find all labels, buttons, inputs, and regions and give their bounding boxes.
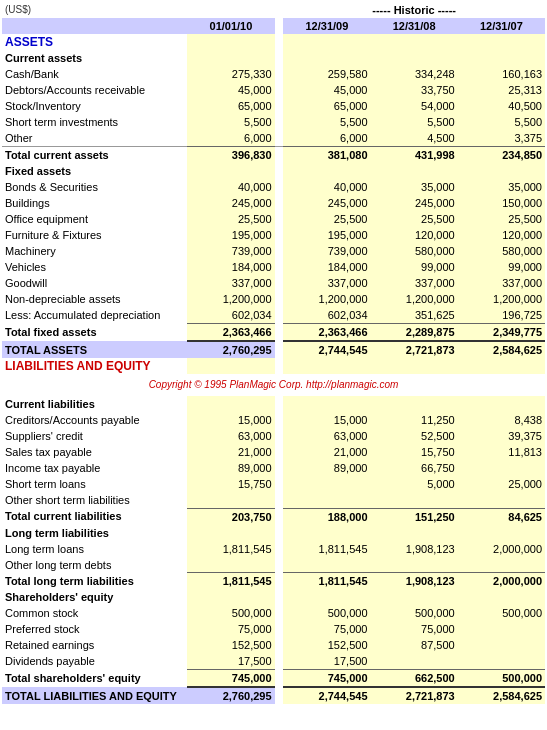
row-label: Common stock	[2, 605, 187, 621]
row-label: Goodwill	[2, 275, 187, 291]
copyright-text: Copyright © 1995 PlanMagic Corp. http://…	[2, 374, 545, 396]
currency-label: (US$)	[2, 2, 187, 18]
total-v4: 234,850	[458, 147, 545, 164]
table-row: Income tax payable 89,000 89,000 66,750	[2, 460, 545, 476]
row-v1: 75,000	[187, 621, 274, 637]
long-term-liab-header: Long term liabilities	[2, 525, 545, 541]
header-dates-row: 01/01/10 12/31/09 12/31/08 12/31/07	[2, 18, 545, 34]
row-v2: 75,000	[283, 621, 370, 637]
row-v3: 580,000	[371, 243, 458, 259]
row-v4: 5,500	[458, 114, 545, 130]
row-v2: 5,500	[283, 114, 370, 130]
row-label: Suppliers' credit	[2, 428, 187, 444]
row-v1: 6,000	[187, 130, 274, 147]
row-v4: 8,438	[458, 412, 545, 428]
col3-date: 12/31/08	[371, 18, 458, 34]
row-label: Long term loans	[2, 541, 187, 557]
total-cur-liab-label: Total current liabilities	[2, 508, 187, 525]
row-v2: 337,000	[283, 275, 370, 291]
total-shareholders-equity-row: Total shareholders' equity 745,000 745,0…	[2, 670, 545, 688]
row-v1: 15,750	[187, 476, 274, 492]
row-v4: 3,375	[458, 130, 545, 147]
total-assets-v4: 2,584,625	[458, 341, 545, 358]
row-v4: 35,000	[458, 179, 545, 195]
liabilities-section-header: LIABILITIES AND EQUITY	[2, 358, 545, 374]
total-v1: 2,363,466	[187, 324, 274, 342]
total-liab-equity-label: TOTAL LIABILITIES AND EQUITY	[2, 687, 187, 704]
table-row: Non-depreciable assets 1,200,000 1,200,0…	[2, 291, 545, 307]
row-v1: 245,000	[187, 195, 274, 211]
row-v4	[458, 492, 545, 508]
table-row: Cash/Bank 275,330 259,580 334,248 160,16…	[2, 66, 545, 82]
row-v3: 120,000	[371, 227, 458, 243]
row-v2: 152,500	[283, 637, 370, 653]
row-v2: 15,000	[283, 412, 370, 428]
total-current-liab-row: Total current liabilities 203,750 188,00…	[2, 508, 545, 525]
row-v4: 99,000	[458, 259, 545, 275]
row-v4: 196,725	[458, 307, 545, 324]
table-row: Short term investments 5,500 5,500 5,500…	[2, 114, 545, 130]
total-assets-v1: 2,760,295	[187, 341, 274, 358]
row-label: Furniture & Fixtures	[2, 227, 187, 243]
total-v3: 1,908,123	[371, 573, 458, 590]
row-label: Cash/Bank	[2, 66, 187, 82]
row-label: Short term investments	[2, 114, 187, 130]
row-label: Income tax payable	[2, 460, 187, 476]
table-row: Long term loans 1,811,545 1,811,545 1,90…	[2, 541, 545, 557]
historic-label: ----- Historic -----	[283, 2, 545, 18]
row-v2: 6,000	[283, 130, 370, 147]
row-v4: 580,000	[458, 243, 545, 259]
row-v4	[458, 637, 545, 653]
row-v1: 337,000	[187, 275, 274, 291]
total-le-v3: 2,721,873	[371, 687, 458, 704]
row-label: Bonds & Securities	[2, 179, 187, 195]
table-row: Bonds & Securities 40,000 40,000 35,000 …	[2, 179, 545, 195]
row-v1: 184,000	[187, 259, 274, 275]
total-v4: 2,000,000	[458, 573, 545, 590]
total-v2: 188,000	[283, 508, 370, 525]
row-v2: 65,000	[283, 98, 370, 114]
shareholders-equity-header: Shareholders' equity	[2, 589, 545, 605]
row-v4: 1,200,000	[458, 291, 545, 307]
row-v1: 65,000	[187, 98, 274, 114]
total-v2: 2,363,466	[283, 324, 370, 342]
row-label: Debtors/Accounts receivable	[2, 82, 187, 98]
total-v1: 396,830	[187, 147, 274, 164]
table-row: Suppliers' credit 63,000 63,000 52,500 3…	[2, 428, 545, 444]
total-le-v4: 2,584,625	[458, 687, 545, 704]
total-v3: 662,500	[371, 670, 458, 688]
table-row: Debtors/Accounts receivable 45,000 45,00…	[2, 82, 545, 98]
empty-assets-4	[458, 34, 545, 50]
total-v1: 1,811,545	[187, 573, 274, 590]
row-v1: 195,000	[187, 227, 274, 243]
table-row: Machinery 739,000 739,000 580,000 580,00…	[2, 243, 545, 259]
row-v3	[371, 557, 458, 573]
row-label: Vehicles	[2, 259, 187, 275]
row-v2: 259,580	[283, 66, 370, 82]
table-row: Less: Accumulated depreciation 602,034 6…	[2, 307, 545, 324]
row-v4: 11,813	[458, 444, 545, 460]
row-v2	[283, 476, 370, 492]
row-v2: 602,034	[283, 307, 370, 324]
row-v3	[371, 653, 458, 670]
row-v1: 89,000	[187, 460, 274, 476]
row-label: Dividends payable	[2, 653, 187, 670]
row-v4	[458, 653, 545, 670]
row-v4: 2,000,000	[458, 541, 545, 557]
total-assets-row: TOTAL ASSETS 2,760,295 2,744,545 2,721,8…	[2, 341, 545, 358]
row-v1: 275,330	[187, 66, 274, 82]
row-v1: 63,000	[187, 428, 274, 444]
total-v2: 1,811,545	[283, 573, 370, 590]
row-v4: 160,163	[458, 66, 545, 82]
row-v3: 25,500	[371, 211, 458, 227]
total-fixed-label: Total fixed assets	[2, 324, 187, 342]
total-v1: 203,750	[187, 508, 274, 525]
row-v2: 245,000	[283, 195, 370, 211]
row-v2: 45,000	[283, 82, 370, 98]
table-row: Stock/Inventory 65,000 65,000 54,000 40,…	[2, 98, 545, 114]
row-v3: 99,000	[371, 259, 458, 275]
row-label: Preferred stock	[2, 621, 187, 637]
table-row: Buildings 245,000 245,000 245,000 150,00…	[2, 195, 545, 211]
shareholders-equity-label: Shareholders' equity	[2, 589, 187, 605]
table-row: Preferred stock 75,000 75,000 75,000	[2, 621, 545, 637]
